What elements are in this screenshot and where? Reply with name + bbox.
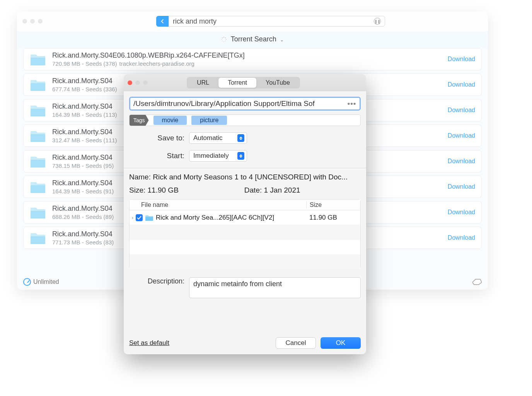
tags-label: Tags xyxy=(130,115,149,126)
ok-button[interactable]: OK xyxy=(321,337,361,349)
cancel-button[interactable]: Cancel xyxy=(276,337,316,349)
result-meta: 720.98 MB - Seeds (378)tracker.leechers-… xyxy=(52,60,448,67)
start-select[interactable]: Immediately xyxy=(189,150,247,162)
folder-icon xyxy=(30,129,46,143)
tag-chip[interactable]: picture xyxy=(191,116,227,125)
start-value: Immediately xyxy=(193,152,229,160)
add-torrent-dialog: URL Torrent YouTube /Users/dimtrunov/Lib… xyxy=(124,74,366,354)
download-link[interactable]: Download xyxy=(448,107,475,114)
file-table-header: File name Size xyxy=(130,200,360,210)
speed-label: Unlimited xyxy=(33,278,59,285)
result-row[interactable]: Rick.and.Morty.S04E06.1080p.WEBRip.x264-… xyxy=(23,48,482,70)
set-as-default-link[interactable]: Set as default xyxy=(129,339,169,347)
torrent-path-field[interactable]: /Users/dimtrunov/Library/Application Sup… xyxy=(129,97,361,111)
svg-point-6 xyxy=(222,39,222,39)
table-row-empty xyxy=(130,240,360,254)
size-value: 11.90 GB xyxy=(148,186,179,194)
svg-point-4 xyxy=(223,41,224,42)
download-link[interactable]: Download xyxy=(448,81,475,88)
file-size: 11.90 GB xyxy=(306,214,360,222)
select-arrows-icon xyxy=(237,152,244,160)
download-link[interactable]: Download xyxy=(448,209,475,216)
back-button[interactable] xyxy=(156,16,169,27)
download-link[interactable]: Download xyxy=(448,234,475,241)
browse-button[interactable]: ••• xyxy=(347,99,356,108)
save-to-label: Save to: xyxy=(129,134,189,142)
folder-icon xyxy=(30,103,46,117)
window-controls xyxy=(22,19,43,24)
folder-icon xyxy=(30,78,46,92)
download-link[interactable]: Download xyxy=(448,56,475,63)
select-arrows-icon xyxy=(237,134,244,142)
zoom-button[interactable] xyxy=(143,80,148,85)
traffic-light[interactable] xyxy=(22,19,27,24)
minimize-button[interactable] xyxy=(135,80,140,85)
torrent-date-row: Date: 1 Jan 2021 xyxy=(244,186,300,195)
table-row-empty xyxy=(130,225,360,240)
result-text: Rick.and.Morty.S04E06.1080p.WEBRip.x264-… xyxy=(52,51,448,67)
speed-gauge-icon[interactable] xyxy=(23,278,31,286)
folder-icon xyxy=(145,214,153,221)
pause-icon[interactable]: ❚❚ xyxy=(374,18,381,25)
save-to-select[interactable]: Automatic xyxy=(189,132,247,144)
file-table: File name Size › Rick and Morty Sea...26… xyxy=(129,199,361,269)
dialog-footer: Set as default Cancel OK xyxy=(124,332,366,354)
titlebar: rick and morty ❚❚ xyxy=(17,11,488,31)
chevron-down-icon: ⌄ xyxy=(280,37,284,43)
col-filename[interactable]: File name xyxy=(130,201,306,208)
description-label: Description: xyxy=(129,277,189,285)
table-row-empty xyxy=(130,254,360,269)
search-input[interactable]: rick and morty ❚❚ xyxy=(169,16,385,27)
start-label: Start: xyxy=(129,152,189,160)
result-tracker: tracker.leechers-paradise.org xyxy=(119,60,194,67)
file-checkbox[interactable] xyxy=(136,214,143,221)
folder-icon xyxy=(30,180,46,194)
svg-point-3 xyxy=(225,41,226,41)
download-link[interactable]: Download xyxy=(448,158,475,165)
torrent-size-row: Size: 11.90 GB xyxy=(129,186,179,195)
date-value: 1 Jan 2021 xyxy=(264,186,300,194)
dialog-body: /Users/dimtrunov/Library/Application Sup… xyxy=(124,91,366,298)
file-name: Rick and Morty Sea...265][AAC 6Ch][V2] xyxy=(156,214,274,222)
tag-chip[interactable]: movie xyxy=(153,116,187,125)
path-text: /Users/dimtrunov/Library/Application Sup… xyxy=(133,99,347,108)
source-tabs: URL Torrent YouTube xyxy=(187,77,300,89)
save-to-value: Automatic xyxy=(193,134,223,142)
folder-icon xyxy=(30,205,46,219)
chevron-left-icon xyxy=(160,19,165,24)
divider xyxy=(124,168,366,168)
description-value: dynamic metainfo from client xyxy=(193,280,282,288)
name-value: Rick and Morty Seasons 1 to 4 [UNCENSORE… xyxy=(153,173,348,181)
download-link[interactable]: Download xyxy=(448,132,475,139)
disclosure-triangle-icon[interactable]: › xyxy=(132,215,133,220)
svg-point-2 xyxy=(226,39,227,40)
close-button[interactable] xyxy=(128,80,132,85)
traffic-light[interactable] xyxy=(30,19,35,24)
tab-torrent[interactable]: Torrent xyxy=(218,78,256,88)
tags-field[interactable]: Tags movie picture xyxy=(129,114,361,126)
svg-point-0 xyxy=(223,37,224,38)
dialog-window-controls xyxy=(128,80,148,85)
svg-point-5 xyxy=(222,41,222,41)
dialog-titlebar: URL Torrent YouTube xyxy=(124,74,366,91)
tab-url[interactable]: URL xyxy=(188,78,218,88)
folder-icon xyxy=(30,52,46,66)
eraser-icon[interactable] xyxy=(472,278,482,285)
download-link[interactable]: Download xyxy=(448,183,475,190)
date-label: Date: xyxy=(244,186,262,194)
name-label: Name: xyxy=(129,173,151,181)
tab-youtube[interactable]: YouTube xyxy=(256,78,299,88)
search-text: rick and morty xyxy=(173,17,374,26)
result-title: Rick.and.Morty.S04E06.1080p.WEBRip.x264-… xyxy=(52,51,448,60)
col-size[interactable]: Size xyxy=(306,201,360,208)
file-row[interactable]: › Rick and Morty Sea...265][AAC 6Ch][V2]… xyxy=(130,210,360,225)
section-title: Torrent Search xyxy=(231,35,276,43)
torrent-name-row: Name: Rick and Morty Seasons 1 to 4 [UNC… xyxy=(129,173,361,181)
loading-spinner-icon xyxy=(221,36,227,41)
folder-icon xyxy=(30,154,46,168)
section-header[interactable]: Torrent Search ⌄ xyxy=(17,31,488,48)
traffic-light[interactable] xyxy=(38,19,43,24)
size-label: Size: xyxy=(129,186,145,194)
svg-point-7 xyxy=(222,38,223,38)
description-field[interactable]: dynamic metainfo from client xyxy=(189,277,361,298)
